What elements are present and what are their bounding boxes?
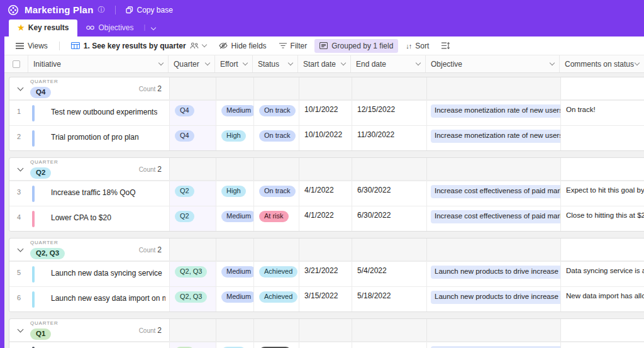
cell-effort[interactable]: Medium xyxy=(216,262,253,286)
sort-button[interactable]: ↓↑ Sort xyxy=(401,39,434,53)
cell-quarter[interactable]: Q2 xyxy=(169,181,216,206)
column-header-initiative[interactable]: Initiative xyxy=(28,55,169,72)
cell-end-date[interactable]: 5/4/2022 xyxy=(352,262,426,286)
column-header-start-date[interactable]: Start date xyxy=(298,55,351,72)
cell-comments[interactable] xyxy=(560,126,571,150)
cell-status[interactable]: At risk xyxy=(253,206,299,231)
cell-quarter[interactable]: Q4 xyxy=(169,126,216,150)
group-card: QUARTERQ2Count23Increase traffic 18% QoQ… xyxy=(9,157,644,232)
group-collapse-chevron[interactable] xyxy=(18,327,24,333)
group-header-cell xyxy=(299,239,352,261)
cell-quarter[interactable]: Q2, Q3 xyxy=(169,262,216,286)
select-all-cell[interactable] xyxy=(4,55,28,72)
cell-initiative[interactable]: 4Lower CPA to $20 xyxy=(9,206,169,231)
group-count: Count2 xyxy=(139,245,164,254)
value-pill: High xyxy=(221,130,246,142)
cell-quarter[interactable]: Q1 xyxy=(169,342,216,348)
column-header-status[interactable]: Status xyxy=(253,55,298,72)
cell-end-date[interactable]: 6/30/2022 xyxy=(352,206,426,231)
initiative-text: Launch new easy data import on mobile xyxy=(51,294,165,303)
cell-status[interactable]: Missed xyxy=(253,342,299,348)
cell-start-date[interactable]: 4/1/2022 xyxy=(299,206,352,231)
cell-end-date[interactable]: 5/18/2022 xyxy=(352,287,426,312)
cell-objective[interactable]: Increase monetization rate of new users … xyxy=(426,101,560,125)
tab-key-results[interactable]: ★ Key results xyxy=(9,20,77,36)
group-icon xyxy=(319,42,328,49)
cell-end-date[interactable]: 6/30/2022 xyxy=(352,181,426,206)
cell-start-date[interactable]: 3/15/2022 xyxy=(299,287,352,312)
cell-objective[interactable]: Launch new products to drive increase in… xyxy=(426,262,560,286)
group-button[interactable]: Grouped by 1 field xyxy=(314,39,398,53)
column-header-effort[interactable]: Effort xyxy=(215,55,253,72)
column-header-end-date[interactable]: End date xyxy=(351,55,426,72)
cell-quarter[interactable]: Q2, Q3 xyxy=(169,287,216,312)
cell-status[interactable]: Achieved xyxy=(253,287,299,312)
cell-comments[interactable]: Missed due to delay in xyxy=(560,342,643,348)
cell-start-date[interactable]: 4/1/2022 xyxy=(299,181,352,206)
cell-objective[interactable]: Launch new products to drive increase in… xyxy=(426,287,560,312)
group-header-cell xyxy=(216,77,253,99)
select-all-checkbox[interactable] xyxy=(13,60,20,68)
cell-effort[interactable]: High xyxy=(216,126,253,150)
hide-fields-button[interactable]: Hide fields xyxy=(214,39,272,53)
cell-objective[interactable]: Increase cost effectiveness of paid mark… xyxy=(426,206,560,231)
cell-initiative[interactable]: 5Launch new data syncing service xyxy=(9,262,169,286)
cell-comments[interactable]: On track! xyxy=(560,101,601,125)
app-logo-icon xyxy=(8,4,19,16)
table-row: 3Increase traffic 18% QoQQ2HighOn track4… xyxy=(9,181,644,206)
cell-objective[interactable]: Launch new brand to position Ascalon as … xyxy=(426,342,560,348)
tab-objectives[interactable]: Objectives xyxy=(77,20,142,36)
tab-chevron-down-icon[interactable] xyxy=(152,21,155,32)
cell-effort[interactable]: High xyxy=(216,342,253,348)
cell-initiative[interactable]: 6Launch new easy data import on mobile xyxy=(9,287,169,312)
cell-quarter[interactable]: Q2 xyxy=(169,206,216,231)
cell-status[interactable]: On track xyxy=(253,101,299,125)
cell-start-date[interactable]: 10/1/2022 xyxy=(299,101,352,125)
cell-end-date[interactable]: 3/12/2022 xyxy=(352,342,426,348)
cell-initiative[interactable]: 1Test new outbound experiments xyxy=(9,101,169,125)
group-collapse-chevron[interactable] xyxy=(18,166,24,172)
filter-button[interactable]: Filter xyxy=(274,39,313,53)
cell-comments[interactable]: Data syncing service is attributing a 13… xyxy=(560,262,644,286)
cell-end-date[interactable]: 11/30/2022 xyxy=(352,126,426,150)
chevron-down-icon xyxy=(243,60,248,65)
row-height-button[interactable] xyxy=(436,40,455,52)
cell-objective[interactable]: Increase monetization rate of new users … xyxy=(426,126,560,150)
cell-end-date[interactable]: 12/15/2022 xyxy=(352,101,426,125)
column-header-objective[interactable]: Objective xyxy=(426,55,560,72)
cell-effort[interactable]: Medium xyxy=(216,206,253,231)
views-button[interactable]: Views xyxy=(11,39,53,53)
cell-initiative[interactable]: 7Revamped company and product logo xyxy=(9,342,169,348)
info-icon[interactable]: ⓘ xyxy=(98,5,105,14)
group-header-cell xyxy=(216,239,253,261)
column-header-comments[interactable]: Comments on status xyxy=(560,55,644,72)
cell-objective[interactable]: Increase cost effectiveness of paid mark… xyxy=(426,181,560,206)
cell-initiative[interactable]: 3Increase traffic 18% QoQ xyxy=(9,181,169,206)
cell-status[interactable]: On track xyxy=(253,126,299,150)
cell-quarter[interactable]: Q4 xyxy=(169,101,216,125)
cell-effort[interactable]: High xyxy=(216,181,253,206)
cell-start-date[interactable]: 10/10/2022 xyxy=(299,126,352,150)
initiative-text: Launch new data syncing service xyxy=(51,269,162,278)
group-collapse-chevron[interactable] xyxy=(18,85,24,91)
cell-start-date[interactable]: 1/13/2022 xyxy=(299,342,352,348)
group-collapse-chevron[interactable] xyxy=(18,246,24,252)
cell-comments[interactable]: Close to hitting this at $22 average CPA… xyxy=(560,206,644,231)
cell-comments[interactable]: New data import has allowed us to increa… xyxy=(560,287,644,312)
column-header-quarter[interactable]: Quarter xyxy=(169,55,215,72)
cell-effort[interactable]: Medium xyxy=(216,287,253,312)
copy-base-button[interactable]: Copy base xyxy=(126,6,173,14)
cell-status[interactable]: Achieved xyxy=(253,262,299,286)
group-header-cell xyxy=(426,239,560,261)
group-header-cell xyxy=(352,239,426,261)
cell-initiative[interactable]: 2Trial promotion of pro plan xyxy=(9,126,169,150)
cell-effort[interactable]: Medium xyxy=(216,101,253,125)
cell-status[interactable]: On track xyxy=(253,181,299,206)
value-pill: On track xyxy=(259,105,296,116)
hide-fields-label: Hide fields xyxy=(231,42,267,50)
group-field-block: QUARTERQ2, Q3 xyxy=(30,240,139,260)
view-switcher[interactable]: 1. See key results by quarter xyxy=(66,39,211,53)
cell-comments[interactable]: Expect to hit this goal by EOQ, currentl… xyxy=(560,181,644,206)
cell-start-date[interactable]: 3/21/2022 xyxy=(299,262,352,286)
group-field-block: QUARTERQ1 xyxy=(30,320,139,340)
